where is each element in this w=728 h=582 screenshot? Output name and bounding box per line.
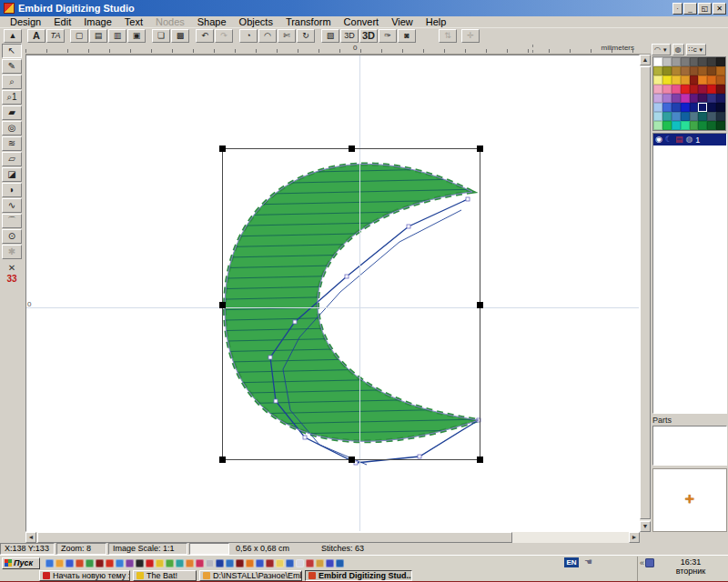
quick-launch-icon-28[interactable] [326,559,334,567]
palette-color-47[interactable] [716,103,725,112]
task-button-0[interactable]: Начать новую тему :: В... [39,570,130,581]
palette-color-26[interactable] [672,85,681,94]
quick-launch-icon-26[interactable] [306,559,314,567]
quick-launch-icon-10[interactable] [146,559,154,567]
palette-color-1[interactable] [662,57,672,66]
palette-color-37[interactable] [698,94,707,103]
quick-launch-icon-19[interactable] [236,559,244,567]
design-canvas[interactable]: 0 [25,55,640,532]
object-list[interactable]: ◉ ☾ ▤ ◍ 1 [652,133,727,414]
vertical-scroll-thumb[interactable] [640,66,651,519]
selection-handle[interactable] [477,457,483,463]
palette-color-7[interactable] [716,57,725,66]
palette-color-42[interactable] [672,103,681,112]
zigzag-tool[interactable]: ∿ [2,198,22,213]
palette-color-27[interactable] [681,85,690,94]
zoom-tool[interactable]: ⌕ [2,75,22,89]
start-button[interactable]: Пуск [2,557,40,569]
quick-launch-icon-3[interactable] [76,559,84,567]
tray-hand-icon[interactable]: ☚ [584,557,592,567]
toolbar-save-design-button[interactable]: ▣ [127,29,146,43]
toolbar-thread-catalog-button[interactable]: ◙ [398,29,416,43]
quick-launch-icon-1[interactable] [56,559,64,567]
quick-launch-icon-7[interactable] [116,559,124,567]
dropdown-arrow-icon[interactable]: ▼ [661,47,668,53]
palette-color-61[interactable] [698,121,707,130]
toolbar-stitch-generator-button[interactable]: ▧ [321,29,339,43]
palette-color-15[interactable] [716,66,725,75]
applique-tool[interactable]: ◪ [2,167,22,182]
palette-color-36[interactable] [690,94,699,103]
quick-launch-icon-16[interactable] [206,559,214,567]
toolbar-paste-button[interactable]: ▩ [171,29,189,43]
scroll-right-button[interactable]: ► [629,532,640,543]
toolbar-trim-button[interactable]: ✄ [278,29,296,43]
quick-launch-icon-13[interactable] [176,559,184,567]
selection-handle[interactable] [349,146,355,152]
palette-color-62[interactable] [707,121,716,130]
palette-color-13[interactable] [698,66,707,75]
language-indicator[interactable]: EN [564,557,579,567]
task-button-1[interactable]: The Bat! [133,570,197,581]
quick-launch-icon-21[interactable] [256,559,264,567]
vertical-scrollbar[interactable]: ▲ ▼ [640,55,651,532]
menu-text[interactable]: Text [118,16,149,27]
palette-color-18[interactable] [672,75,681,85]
palette-color-6[interactable] [707,57,716,66]
palette-color-49[interactable] [662,112,672,121]
selection-handle[interactable] [477,146,483,152]
dropdown-arrow-icon[interactable]: ▼ [697,47,704,53]
selection-handle[interactable] [219,457,226,463]
palette-color-44[interactable] [690,103,699,112]
selection-handle[interactable] [219,146,226,152]
quick-launch-icon-2[interactable] [66,559,74,567]
restore-button[interactable]: ◱ [698,3,712,15]
palette-color-35[interactable] [681,94,690,103]
palette-color-60[interactable] [690,121,699,130]
toolbar-3d-glasses-view-button[interactable]: 3D [359,29,378,43]
palette-color-22[interactable] [707,75,716,85]
close-button[interactable]: ✕ [713,3,726,15]
palette-color-14[interactable] [707,66,716,75]
quick-launch-icon-23[interactable] [276,559,284,567]
palette-color-43[interactable] [681,103,690,112]
quick-launch-icon-12[interactable] [166,559,174,567]
palette-color-39[interactable] [716,94,725,103]
palette-color-56[interactable] [653,121,662,130]
palette-color-34[interactable] [672,94,681,103]
quick-launch-icon-25[interactable] [296,559,304,567]
quick-launch-icon-9[interactable] [136,559,144,567]
menu-edit[interactable]: Edit [47,16,77,27]
palette-color-54[interactable] [707,112,716,121]
palette-color-11[interactable] [681,66,690,75]
quick-launch-icon-20[interactable] [246,559,254,567]
tray-chevron-icon[interactable]: « [640,558,644,581]
visibility-eye-icon[interactable]: ◉ [655,135,662,145]
menu-transform[interactable]: Transform [279,16,338,27]
scroll-left-button[interactable]: ◄ [25,532,36,543]
hatch-fill-tool[interactable]: ≋ [2,136,22,151]
quick-launch-icon-27[interactable] [316,559,324,567]
toolbar-density-gauge-button[interactable]: ◠ [258,29,277,43]
color-order-button[interactable]: ∷c ▼ [686,44,707,55]
palette-color-25[interactable] [662,85,672,94]
quick-launch-icon-22[interactable] [266,559,274,567]
menu-image[interactable]: Image [77,16,118,27]
palette-color-10[interactable] [672,66,681,75]
menu-convert[interactable]: Convert [338,16,386,27]
palette-color-29[interactable] [698,85,707,94]
quick-launch-icon-11[interactable] [156,559,164,567]
selection-handle[interactable] [349,457,355,463]
quick-launch-icon-24[interactable] [286,559,294,567]
thread-spool-button[interactable]: ◍ [672,44,684,55]
quick-launch-icon-0[interactable] [46,559,54,567]
toolbar-text-tool-button[interactable]: A [27,29,46,43]
quick-launch-icon-15[interactable] [196,559,204,567]
palette-color-2[interactable] [672,57,681,66]
menu-view[interactable]: View [385,16,420,27]
palette-color-51[interactable] [681,112,690,121]
selection-handle[interactable] [477,302,483,308]
palette-color-3[interactable] [681,57,690,66]
palette-color-63[interactable] [716,121,725,130]
quick-launch-icon-4[interactable] [86,559,94,567]
